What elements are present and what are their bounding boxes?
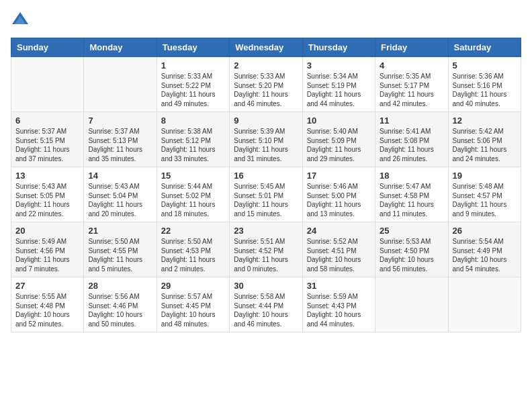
calendar-cell: 21Sunrise: 5:50 AM Sunset: 4:55 PM Dayli… <box>84 222 157 277</box>
calendar-cell <box>448 277 521 332</box>
calendar-cell: 31Sunrise: 5:59 AM Sunset: 4:43 PM Dayli… <box>302 277 375 332</box>
day-number: 15 <box>161 171 225 181</box>
day-number: 17 <box>307 171 371 181</box>
cell-details: Sunrise: 5:48 AM Sunset: 4:57 PM Dayligh… <box>453 182 517 218</box>
day-number: 29 <box>161 281 225 291</box>
day-number: 11 <box>380 116 443 126</box>
cell-details: Sunrise: 5:39 AM Sunset: 5:10 PM Dayligh… <box>234 127 298 163</box>
cell-details: Sunrise: 5:36 AM Sunset: 5:16 PM Dayligh… <box>453 72 517 108</box>
cell-details: Sunrise: 5:35 AM Sunset: 5:17 PM Dayligh… <box>380 72 443 108</box>
calendar-cell: 7Sunrise: 5:37 AM Sunset: 5:13 PM Daylig… <box>84 112 157 167</box>
calendar-cell: 13Sunrise: 5:43 AM Sunset: 5:05 PM Dayli… <box>11 167 84 222</box>
cell-details: Sunrise: 5:53 AM Sunset: 4:50 PM Dayligh… <box>380 237 443 273</box>
cell-details: Sunrise: 5:57 AM Sunset: 4:45 PM Dayligh… <box>161 292 225 328</box>
calendar-cell: 27Sunrise: 5:55 AM Sunset: 4:48 PM Dayli… <box>11 277 84 332</box>
cell-details: Sunrise: 5:43 AM Sunset: 5:04 PM Dayligh… <box>88 182 152 218</box>
cell-details: Sunrise: 5:34 AM Sunset: 5:19 PM Dayligh… <box>307 72 371 108</box>
logo-icon <box>11 11 30 30</box>
calendar-cell: 30Sunrise: 5:58 AM Sunset: 4:44 PM Dayli… <box>230 277 302 332</box>
calendar-cell: 25Sunrise: 5:53 AM Sunset: 4:50 PM Dayli… <box>375 222 448 277</box>
day-number: 12 <box>453 116 517 126</box>
calendar-cell <box>375 277 448 332</box>
day-number: 2 <box>234 60 298 71</box>
calendar-cell: 18Sunrise: 5:47 AM Sunset: 4:58 PM Dayli… <box>375 167 448 222</box>
cell-details: Sunrise: 5:38 AM Sunset: 5:12 PM Dayligh… <box>161 127 225 163</box>
cell-details: Sunrise: 5:47 AM Sunset: 4:58 PM Dayligh… <box>380 182 443 218</box>
day-number: 9 <box>234 116 298 126</box>
logo <box>11 11 32 30</box>
cell-details: Sunrise: 5:33 AM Sunset: 5:20 PM Dayligh… <box>234 72 298 108</box>
calendar-cell: 28Sunrise: 5:56 AM Sunset: 4:46 PM Dayli… <box>84 277 157 332</box>
calendar-cell: 29Sunrise: 5:57 AM Sunset: 4:45 PM Dayli… <box>157 277 229 332</box>
day-number: 23 <box>234 226 298 236</box>
day-number: 4 <box>380 60 443 71</box>
day-number: 24 <box>307 226 371 236</box>
day-number: 6 <box>15 116 79 126</box>
cell-details: Sunrise: 5:37 AM Sunset: 5:15 PM Dayligh… <box>15 127 79 163</box>
weekday-header-monday: Monday <box>84 38 157 57</box>
day-number: 14 <box>88 171 152 181</box>
calendar-week-row: 13Sunrise: 5:43 AM Sunset: 5:05 PM Dayli… <box>11 167 521 222</box>
calendar-cell: 15Sunrise: 5:44 AM Sunset: 5:02 PM Dayli… <box>157 167 229 222</box>
calendar-cell: 9Sunrise: 5:39 AM Sunset: 5:10 PM Daylig… <box>230 112 302 167</box>
day-number: 30 <box>234 281 298 291</box>
day-number: 19 <box>453 171 517 181</box>
cell-details: Sunrise: 5:56 AM Sunset: 4:46 PM Dayligh… <box>88 292 152 328</box>
calendar-cell: 14Sunrise: 5:43 AM Sunset: 5:04 PM Dayli… <box>84 167 157 222</box>
calendar-week-row: 6Sunrise: 5:37 AM Sunset: 5:15 PM Daylig… <box>11 112 521 167</box>
calendar-cell: 10Sunrise: 5:40 AM Sunset: 5:09 PM Dayli… <box>302 112 375 167</box>
cell-details: Sunrise: 5:55 AM Sunset: 4:48 PM Dayligh… <box>15 292 79 328</box>
cell-details: Sunrise: 5:43 AM Sunset: 5:05 PM Dayligh… <box>15 182 79 218</box>
cell-details: Sunrise: 5:50 AM Sunset: 4:53 PM Dayligh… <box>161 237 225 273</box>
weekday-header-tuesday: Tuesday <box>157 38 229 57</box>
day-number: 27 <box>15 281 79 291</box>
cell-details: Sunrise: 5:45 AM Sunset: 5:01 PM Dayligh… <box>234 182 298 218</box>
calendar-table: SundayMondayTuesdayWednesdayThursdayFrid… <box>11 38 521 332</box>
calendar-cell: 4Sunrise: 5:35 AM Sunset: 5:17 PM Daylig… <box>375 57 448 112</box>
cell-details: Sunrise: 5:44 AM Sunset: 5:02 PM Dayligh… <box>161 182 225 218</box>
calendar-cell: 12Sunrise: 5:42 AM Sunset: 5:06 PM Dayli… <box>448 112 521 167</box>
calendar-cell: 11Sunrise: 5:41 AM Sunset: 5:08 PM Dayli… <box>375 112 448 167</box>
day-number: 22 <box>161 226 225 236</box>
weekday-header-saturday: Saturday <box>448 38 521 57</box>
day-number: 16 <box>234 171 298 181</box>
day-number: 31 <box>307 281 371 291</box>
calendar-cell: 22Sunrise: 5:50 AM Sunset: 4:53 PM Dayli… <box>157 222 229 277</box>
calendar-cell <box>84 57 157 112</box>
calendar-week-row: 1Sunrise: 5:33 AM Sunset: 5:22 PM Daylig… <box>11 57 521 112</box>
day-number: 26 <box>453 226 517 236</box>
weekday-header-row: SundayMondayTuesdayWednesdayThursdayFrid… <box>11 38 521 57</box>
cell-details: Sunrise: 5:41 AM Sunset: 5:08 PM Dayligh… <box>380 127 443 163</box>
calendar-cell: 5Sunrise: 5:36 AM Sunset: 5:16 PM Daylig… <box>448 57 521 112</box>
cell-details: Sunrise: 5:42 AM Sunset: 5:06 PM Dayligh… <box>453 127 517 163</box>
day-number: 5 <box>453 60 517 71</box>
day-number: 10 <box>307 116 371 126</box>
cell-details: Sunrise: 5:37 AM Sunset: 5:13 PM Dayligh… <box>88 127 152 163</box>
cell-details: Sunrise: 5:58 AM Sunset: 4:44 PM Dayligh… <box>234 292 298 328</box>
calendar-cell: 8Sunrise: 5:38 AM Sunset: 5:12 PM Daylig… <box>157 112 229 167</box>
cell-details: Sunrise: 5:59 AM Sunset: 4:43 PM Dayligh… <box>307 292 371 328</box>
cell-details: Sunrise: 5:50 AM Sunset: 4:55 PM Dayligh… <box>88 237 152 273</box>
cell-details: Sunrise: 5:54 AM Sunset: 4:49 PM Dayligh… <box>453 237 517 273</box>
day-number: 7 <box>88 116 152 126</box>
calendar-cell: 23Sunrise: 5:51 AM Sunset: 4:52 PM Dayli… <box>230 222 302 277</box>
weekday-header-wednesday: Wednesday <box>230 38 302 57</box>
cell-details: Sunrise: 5:33 AM Sunset: 5:22 PM Dayligh… <box>161 72 225 108</box>
day-number: 3 <box>307 60 371 71</box>
calendar-cell: 26Sunrise: 5:54 AM Sunset: 4:49 PM Dayli… <box>448 222 521 277</box>
cell-details: Sunrise: 5:51 AM Sunset: 4:52 PM Dayligh… <box>234 237 298 273</box>
weekday-header-thursday: Thursday <box>302 38 375 57</box>
calendar-week-row: 27Sunrise: 5:55 AM Sunset: 4:48 PM Dayli… <box>11 277 521 332</box>
day-number: 18 <box>380 171 443 181</box>
day-number: 20 <box>15 226 79 236</box>
weekday-header-sunday: Sunday <box>11 38 84 57</box>
cell-details: Sunrise: 5:49 AM Sunset: 4:56 PM Dayligh… <box>15 237 79 273</box>
cell-details: Sunrise: 5:46 AM Sunset: 5:00 PM Dayligh… <box>307 182 371 218</box>
calendar-cell: 19Sunrise: 5:48 AM Sunset: 4:57 PM Dayli… <box>448 167 521 222</box>
day-number: 1 <box>161 60 225 71</box>
calendar-cell: 3Sunrise: 5:34 AM Sunset: 5:19 PM Daylig… <box>302 57 375 112</box>
calendar-cell: 6Sunrise: 5:37 AM Sunset: 5:15 PM Daylig… <box>11 112 84 167</box>
calendar-cell: 1Sunrise: 5:33 AM Sunset: 5:22 PM Daylig… <box>157 57 229 112</box>
calendar-week-row: 20Sunrise: 5:49 AM Sunset: 4:56 PM Dayli… <box>11 222 521 277</box>
cell-details: Sunrise: 5:40 AM Sunset: 5:09 PM Dayligh… <box>307 127 371 163</box>
